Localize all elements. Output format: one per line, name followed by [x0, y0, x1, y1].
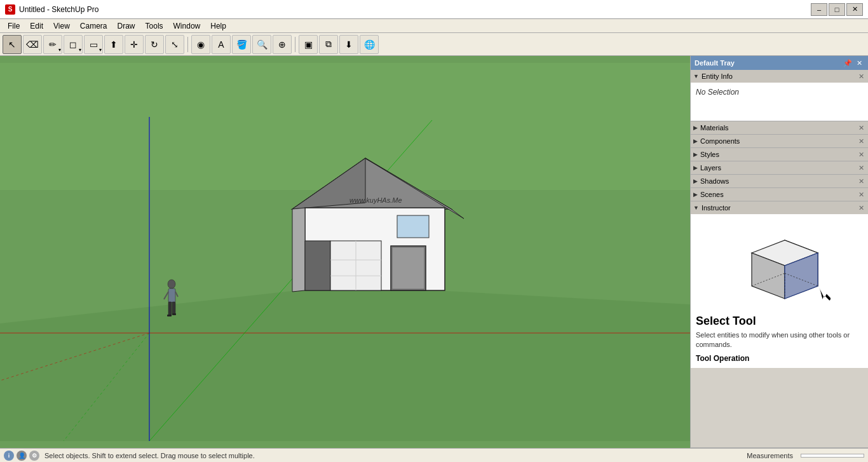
measurements-input[interactable] [801, 454, 864, 458]
titlebar: S Untitled - SketchUp Pro – □ ✕ [0, 0, 868, 19]
tool-shape[interactable]: ◻▾ [64, 35, 83, 54]
layers-close[interactable]: ✕ [857, 163, 865, 172]
components-label: Components [700, 137, 740, 145]
components-arrow: ▶ [693, 138, 698, 144]
toolbar-separator [187, 37, 188, 52]
scenes-header[interactable]: ▶ Scenes ✕ [691, 188, 868, 201]
statusbar-text: Select objects. Shift to extend select. … [44, 452, 391, 459]
tool-section[interactable]: ▣ [299, 35, 318, 54]
menu-item-camera[interactable]: Camera [75, 19, 112, 32]
viewport[interactable]: www.kuyHAs.Me [0, 56, 690, 448]
menubar: FileEditViewCameraDrawToolsWindowHelp [0, 19, 868, 33]
scenes-section: ▶ Scenes ✕ [691, 188, 868, 201]
scenes-close[interactable]: ✕ [857, 190, 865, 199]
styles-header[interactable]: ▶ Styles ✕ [691, 148, 868, 161]
materials-close[interactable]: ✕ [857, 123, 865, 132]
tool-select[interactable]: ↖ [3, 35, 22, 54]
svg-marker-38 [819, 287, 831, 301]
tool-scale[interactable]: ⤡ [165, 35, 184, 54]
tool-pencil[interactable]: ✏▾ [43, 35, 62, 54]
instructor-subheading: Tool Operation [696, 354, 863, 363]
tool-import[interactable]: ⬇ [339, 35, 358, 54]
tool-zoom-fit[interactable]: ⊕ [273, 35, 292, 54]
styles-section: ▶ Styles ✕ [691, 148, 868, 161]
svg-marker-20 [292, 208, 305, 292]
instructor-header[interactable]: ▼ Instructor ✕ [691, 201, 868, 214]
menu-item-draw[interactable]: Draw [112, 19, 140, 32]
menu-item-edit[interactable]: Edit [25, 19, 48, 32]
instructor-description: Select entities to modify when using oth… [696, 330, 863, 350]
tool-push-pull[interactable]: ⬆ [104, 35, 123, 54]
right-panel: Default Tray 📌 ✕ ▼ Entity Info ✕ No Sele… [690, 56, 868, 448]
close-button[interactable]: ✕ [846, 3, 863, 16]
materials-label: Materials [700, 124, 729, 132]
svg-rect-1 [0, 63, 690, 190]
toolbar: ↖⌫✏▾◻▾▭▾⬆✛↻⤡◉A🪣🔍⊕▣⧉⬇🌐 [0, 33, 868, 56]
entity-info-label: Entity Info [702, 72, 733, 80]
measurements-label: Measurements [747, 452, 793, 459]
app-icon: S [5, 4, 15, 15]
scenes-arrow: ▶ [693, 191, 698, 198]
tray-header: Default Tray 📌 ✕ [691, 56, 868, 70]
shadows-close[interactable]: ✕ [857, 177, 865, 186]
svg-rect-27 [392, 247, 424, 289]
instructor-illustration [729, 224, 831, 307]
instructor-label: Instructor [702, 204, 731, 212]
tool-geolocation[interactable]: 🌐 [360, 35, 379, 54]
statusbar: i 👤 ⚙ Select objects. Shift to extend se… [0, 448, 868, 462]
styles-arrow: ▶ [693, 151, 698, 158]
tool-move[interactable]: ✛ [125, 35, 144, 54]
instructor-content: Select Tool Select entities to modify wh… [691, 214, 868, 368]
tool-orbit[interactable]: ◉ [191, 35, 210, 54]
minimize-button[interactable]: – [811, 3, 827, 16]
menu-item-help[interactable]: Help [205, 19, 231, 32]
tool-eraser[interactable]: ⌫ [23, 35, 42, 54]
components-close[interactable]: ✕ [857, 137, 865, 146]
entity-info-section: ▼ Entity Info ✕ No Selection [691, 70, 868, 121]
tool-zoom[interactable]: 🔍 [252, 35, 271, 54]
tool-component[interactable]: ⧉ [319, 35, 338, 54]
svg-rect-28 [397, 215, 429, 238]
layers-section: ▶ Layers ✕ [691, 161, 868, 175]
menu-item-window[interactable]: Window [168, 19, 206, 32]
entity-info-header[interactable]: ▼ Entity Info ✕ [691, 70, 868, 83]
tool-text[interactable]: A [212, 35, 231, 54]
menu-item-view[interactable]: View [48, 19, 75, 32]
tool-rotate[interactable]: ↻ [145, 35, 164, 54]
tool-paint[interactable]: 🪣 [232, 35, 251, 54]
tray-close-button[interactable]: ✕ [854, 58, 864, 68]
svg-rect-9 [168, 289, 175, 302]
layers-label: Layers [700, 164, 721, 172]
shadows-section: ▶ Shadows ✕ [691, 175, 868, 188]
maximize-button[interactable]: □ [829, 3, 845, 16]
materials-header[interactable]: ▶ Materials ✕ [691, 121, 868, 134]
entity-info-close[interactable]: ✕ [857, 72, 865, 81]
shadows-arrow: ▶ [693, 178, 698, 184]
entity-info-content: No Selection [691, 83, 868, 121]
styles-close[interactable]: ✕ [857, 150, 865, 159]
svg-point-8 [168, 280, 175, 289]
menu-item-file[interactable]: File [3, 19, 25, 32]
layers-arrow: ▶ [693, 165, 698, 171]
shadows-header[interactable]: ▶ Shadows ✕ [691, 175, 868, 187]
info-icon: i [4, 451, 14, 461]
titlebar-left: S Untitled - SketchUp Pro [5, 4, 98, 15]
instructor-close[interactable]: ✕ [857, 203, 865, 212]
window-title: Untitled - SketchUp Pro [19, 5, 98, 14]
titlebar-controls[interactable]: – □ ✕ [811, 3, 863, 16]
svg-rect-11 [172, 302, 175, 315]
shadows-label: Shadows [700, 177, 729, 185]
layers-header[interactable]: ▶ Layers ✕ [691, 161, 868, 174]
materials-section: ▶ Materials ✕ [691, 121, 868, 135]
no-selection-text: No Selection [696, 88, 739, 97]
components-header[interactable]: ▶ Components ✕ [691, 135, 868, 147]
menu-item-tools[interactable]: Tools [140, 19, 168, 32]
tray-header-controls[interactable]: 📌 ✕ [843, 58, 864, 68]
instructor-section: ▼ Instructor ✕ [691, 201, 868, 448]
scenes-label: Scenes [700, 191, 724, 198]
tray-pin-button[interactable]: 📌 [843, 58, 853, 68]
warn-icon: ⚙ [29, 451, 39, 461]
tool-rectangle[interactable]: ▭▾ [84, 35, 103, 54]
main-layout: www.kuyHAs.Me Default Tray 📌 ✕ ▼ Entity … [0, 56, 868, 448]
components-section: ▶ Components ✕ [691, 135, 868, 148]
